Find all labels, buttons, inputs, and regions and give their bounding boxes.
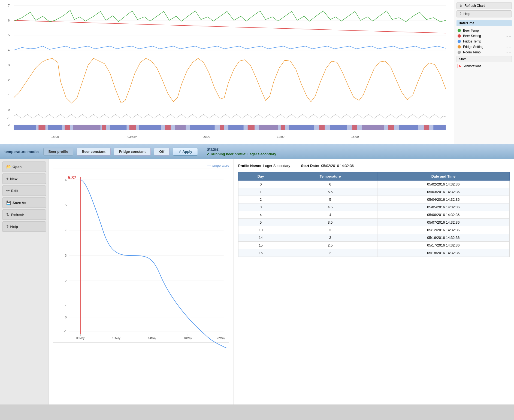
edit-label: Edit: [11, 189, 18, 193]
save-as-label: Save As: [13, 201, 26, 205]
svg-rect-25: [65, 125, 70, 130]
apply-btn[interactable]: ✓ Apply: [173, 148, 198, 156]
svg-text:0: 0: [65, 316, 66, 319]
table-cell-datetime: 05/04/2016 14:32:36: [377, 196, 509, 203]
table-row: 15.505/03/2016 14:32:36: [238, 188, 510, 196]
svg-rect-38: [281, 125, 285, 130]
svg-rect-29: [129, 125, 136, 130]
svg-text:12:00: 12:00: [277, 135, 285, 138]
open-button[interactable]: 📂 Open: [2, 162, 46, 172]
fridge-temp-label: Fridge Temp: [463, 39, 481, 43]
status-label: Status:: [207, 147, 276, 151]
legend-section-title: Date/Time: [456, 20, 512, 26]
fridge-constant-btn[interactable]: Fridge constant: [114, 148, 151, 156]
help-button-sidebar[interactable]: ? Help: [2, 221, 46, 232]
table-cell-datetime: 05/02/2016 14:32:36: [377, 181, 509, 188]
svg-text:7: 7: [8, 4, 10, 7]
svg-rect-28: [110, 125, 127, 130]
table-row: 53.505/07/2016 14:32:36: [238, 219, 510, 226]
beer-setting-dash: – –: [507, 34, 511, 38]
save-as-button[interactable]: 💾 Save As: [2, 197, 46, 208]
table-cell-temp: 5: [283, 196, 377, 203]
profile-data-area: Profile Name: Lager Secondary Start Date…: [234, 159, 514, 404]
annotation-icon: A: [458, 64, 462, 68]
legend-item-fridge-temp: Fridge Temp – –: [456, 39, 512, 44]
svg-rect-22: [14, 125, 36, 130]
svg-rect-39: [289, 125, 314, 130]
profile-chart-svg: 6 5 4 3 2 1 0 -1 5.37: [53, 169, 229, 359]
main-chart-svg: 7 6 5 4 3 2 1 0 -1 -2: [0, 0, 454, 144]
legend-panel: ↻ Refresh Chart ? Help Date/Time Beer Te…: [454, 0, 514, 144]
off-btn[interactable]: Off: [154, 148, 170, 156]
svg-text:-2: -2: [7, 123, 10, 126]
refresh-chart-button[interactable]: ↻ Refresh Chart: [456, 2, 512, 9]
beer-constant-btn[interactable]: Beer constant: [77, 148, 111, 156]
new-button[interactable]: + New: [2, 174, 46, 184]
beer-temp-dot: [458, 29, 461, 32]
svg-rect-31: [165, 125, 171, 130]
table-cell-datetime: 05/03/2016 14:32:36: [377, 188, 509, 196]
table-cell-day: 3: [238, 203, 283, 211]
svg-rect-23: [38, 125, 45, 130]
svg-text:2: 2: [65, 279, 66, 282]
svg-text:6: 6: [8, 19, 10, 22]
profile-start-item: Start Date: 05/02/2016 14:32:36: [301, 164, 354, 168]
table-cell-temp: 2: [283, 249, 377, 257]
new-label: New: [10, 177, 17, 181]
svg-rect-34: [220, 125, 224, 130]
table-cell-datetime: 05/05/2016 14:32:36: [377, 203, 509, 211]
help-label: Help: [464, 12, 470, 16]
table-cell-day: 4: [238, 211, 283, 219]
svg-text:6: 6: [65, 178, 66, 181]
help-button-top[interactable]: ? Help: [456, 10, 512, 17]
svg-text:-1: -1: [7, 116, 10, 120]
svg-text:3: 3: [65, 254, 66, 257]
room-temp-dot: [458, 51, 461, 54]
fridge-temp-dash: – –: [507, 40, 511, 43]
new-icon: +: [6, 176, 8, 181]
edit-icon: ✏: [6, 188, 10, 193]
svg-rect-30: [139, 125, 161, 130]
svg-text:1: 1: [65, 304, 66, 308]
table-row: 0605/02/2016 14:32:36: [238, 181, 510, 188]
svg-text:5: 5: [8, 34, 10, 37]
annotations-label: Annotations: [464, 64, 481, 68]
svg-rect-47: [433, 125, 446, 130]
top-chart-section: 7 6 5 4 3 2 1 0 -1 -2: [0, 0, 514, 144]
svg-text:14May: 14May: [148, 337, 156, 340]
svg-text:06May: 06May: [76, 337, 85, 340]
profile-chart-container: 6 5 4 3 2 1 0 -1 5.37: [53, 169, 229, 359]
beer-setting-label: Beer Setting: [463, 34, 481, 38]
table-cell-temp: 3: [283, 234, 377, 242]
profile-name-value: Lager Secondary: [263, 164, 290, 168]
table-cell-day: 14: [238, 234, 283, 242]
edit-button[interactable]: ✏ Edit: [2, 185, 46, 196]
svg-text:3: 3: [8, 63, 10, 67]
profile-chart-area: — temperature 6 5 4 3 2 1 0: [49, 159, 234, 404]
legend-top-buttons: ↻ Refresh Chart ? Help: [456, 2, 512, 17]
svg-text:18:00: 18:00: [351, 135, 359, 138]
col-datetime: Date and Time: [377, 172, 509, 181]
table-cell-temp: 4.5: [283, 203, 377, 211]
room-temp-label: Room Temp: [463, 50, 480, 54]
help-icon-sidebar: ?: [6, 224, 9, 229]
beer-setting-dot: [458, 34, 461, 38]
svg-text:5: 5: [65, 203, 66, 207]
beer-temp-dash: – –: [507, 29, 511, 32]
svg-text:10May: 10May: [112, 337, 120, 340]
svg-text:2: 2: [8, 78, 10, 82]
table-cell-day: 1: [238, 188, 283, 196]
svg-rect-36: [248, 125, 255, 130]
table-cell-day: 2: [238, 196, 283, 203]
sidebar: 📂 Open + New ✏ Edit 💾 Save As ↻ Refresh …: [0, 159, 49, 404]
open-label: Open: [13, 165, 22, 169]
help-icon: ?: [459, 12, 461, 16]
svg-rect-44: [388, 125, 394, 130]
refresh-label: Refresh: [11, 213, 24, 217]
beer-profile-btn[interactable]: Beer profile: [43, 148, 73, 156]
table-cell-temp: 4: [283, 211, 377, 219]
col-temperature: Temperature: [283, 172, 377, 181]
table-cell-temp: 3: [283, 226, 377, 234]
refresh-button[interactable]: ↻ Refresh: [2, 209, 46, 220]
table-cell-temp: 2.5: [283, 242, 377, 249]
